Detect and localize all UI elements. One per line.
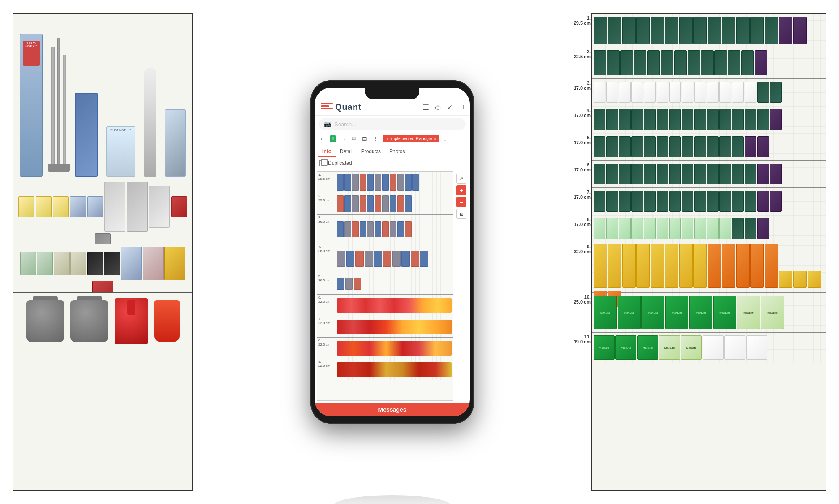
mini-product — [354, 278, 361, 290]
bulb-pack — [722, 17, 735, 44]
bulb-pack — [594, 50, 606, 75]
app-logo: Quant — [321, 102, 362, 112]
mini-product — [383, 251, 391, 267]
bulb-pack — [644, 109, 656, 130]
green-pack — [20, 252, 36, 275]
bulb-pack — [745, 164, 756, 184]
messages-bar[interactable]: Messages — [315, 403, 470, 416]
right-shelf-5-label: 5. 17.0 cm — [568, 135, 591, 145]
zoom-out-button[interactable]: − — [456, 197, 466, 207]
mini-product — [355, 251, 364, 267]
bulb-pack-white — [694, 82, 706, 103]
phone-planogram-shelves: 1.28.5 cm — [317, 171, 453, 401]
zoom-in-button[interactable]: + — [456, 185, 466, 195]
mini-product — [337, 174, 344, 191]
blue-pack — [87, 196, 103, 217]
right-shelf-2-label: 2. 22.5 cm — [568, 49, 591, 59]
tab-info[interactable]: Info — [318, 147, 336, 157]
bulb-pack — [608, 17, 621, 44]
bulb-pack — [745, 191, 756, 212]
bulb-pack — [674, 50, 687, 75]
bulb-pack — [732, 109, 744, 130]
mini-product — [397, 195, 404, 212]
bulb-pack — [606, 164, 618, 184]
bulb-pack — [701, 50, 714, 75]
phone-body: Quant ☰ ◇ ✓ □ 📷 Search... ← I → ⧉ — [310, 80, 474, 424]
bulb-pack-green — [631, 218, 643, 239]
phone-screen: Quant ☰ ◇ ✓ □ 📷 Search... ← I → ⧉ — [315, 88, 470, 416]
messages-label: Messages — [378, 406, 406, 413]
bulb-pack — [714, 50, 727, 75]
header-icons: ☰ ◇ ✓ □ — [422, 103, 464, 112]
right-shelf-5: 5. 17.0 cm — [592, 133, 826, 161]
tab-detail[interactable]: Detail — [336, 147, 357, 157]
hamburger-icon[interactable]: ☰ — [422, 103, 429, 112]
right-shelf-7: 7. 17.0 cm — [592, 188, 826, 215]
bulb-pack — [594, 17, 607, 44]
phone-shelf-5-content — [336, 273, 453, 294]
right-shelf-1-products — [592, 14, 826, 47]
mini-product — [390, 221, 396, 237]
bulb-pack-purple — [757, 136, 769, 157]
colorful-shelf-strip-2 — [337, 320, 452, 334]
bulb-pack — [732, 136, 744, 157]
fullscreen-button[interactable]: ⤢ — [456, 174, 466, 184]
bulb-pack — [741, 50, 754, 75]
bulb-pack-yellow-2 — [793, 271, 807, 288]
bulb-pack — [682, 164, 693, 184]
bulb-pack-green — [644, 218, 656, 239]
dark-pack — [87, 252, 103, 275]
phone-shelf-3: 3.36.0 cm — [317, 215, 453, 244]
mini-product — [382, 221, 389, 237]
forward-button[interactable]: → — [339, 135, 348, 143]
mini-product — [346, 251, 354, 267]
bulb-pack — [745, 109, 756, 130]
bulb-pack-white — [707, 82, 719, 103]
bulb-pack — [736, 17, 750, 44]
layers-button[interactable]: ⊟ — [360, 135, 369, 143]
download-button-2[interactable]: ↓ — [442, 135, 448, 143]
left-shelf-4: 4. 36.5 cm — [13, 293, 192, 349]
bulb-pack — [594, 136, 605, 157]
bulb-pack — [669, 109, 681, 130]
right-shelf-6-products — [592, 161, 826, 187]
shelf-4-products — [13, 293, 192, 349]
hanging-product — [165, 109, 186, 177]
red-pack — [171, 196, 187, 217]
back-button[interactable]: ← — [318, 135, 327, 143]
search-bar[interactable]: 📷 Search... — [319, 118, 466, 130]
implemented-planogram-button[interactable]: ↓ Implemented Planogram — [383, 135, 439, 142]
mini-product — [352, 221, 359, 237]
reset-zoom-button[interactable]: ⊡ — [456, 209, 466, 219]
phone-shelf-3-content — [336, 215, 453, 244]
menu-dots-button[interactable]: ⋮ — [371, 135, 380, 143]
mini-product — [337, 251, 345, 267]
check-icon[interactable]: ✓ — [447, 103, 453, 112]
phone-shelf-1-content — [336, 172, 453, 193]
mini-product — [352, 174, 359, 191]
bulb-pack — [619, 136, 631, 157]
right-shelf-2: 2. 22.5 cm — [592, 47, 826, 79]
bulb-pack-green — [694, 218, 706, 239]
planogram-view[interactable]: 1.28.5 cm — [315, 169, 470, 403]
mini-product — [382, 174, 389, 191]
copy-button[interactable]: ⧉ — [350, 134, 358, 143]
green-i-button[interactable]: I — [330, 135, 336, 142]
bulb-pack-white — [682, 82, 693, 103]
phone-shelf-4-content — [336, 244, 453, 273]
tab-photos[interactable]: Photos — [385, 147, 409, 157]
mini-product — [390, 195, 396, 212]
tab-products[interactable]: Products — [357, 147, 385, 157]
user-icon[interactable]: □ — [459, 103, 464, 112]
phone-shelf-8: 8.22.0 cm — [317, 338, 453, 359]
bulb-pack-green — [606, 218, 618, 239]
tall-pack — [127, 182, 148, 232]
bulb-pack — [631, 136, 643, 157]
mid-pack — [149, 186, 170, 228]
tall-pack — [104, 182, 125, 232]
bulb-pack-yellow — [608, 244, 621, 288]
tag-icon[interactable]: ◇ — [435, 103, 441, 112]
bulb-pack — [732, 218, 744, 239]
bulb-pack-white — [644, 82, 656, 103]
bulb-pack — [694, 109, 706, 130]
